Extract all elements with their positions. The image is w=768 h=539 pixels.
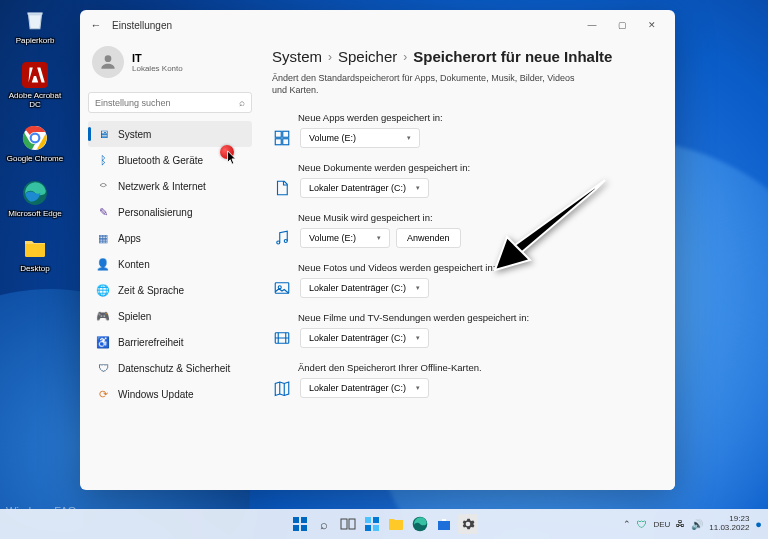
wifi-icon: ⌔ <box>96 179 110 193</box>
music-save-icon <box>272 228 292 248</box>
volume-icon[interactable]: 🔊 <box>691 519 703 530</box>
window-title: Einstellungen <box>112 20 172 31</box>
desktop-icon-recycle-bin[interactable]: Papierkorb <box>5 5 65 46</box>
nav-system[interactable]: 🖥System <box>88 121 252 147</box>
photos-save-icon <box>272 278 292 298</box>
svg-rect-24 <box>365 525 371 531</box>
task-view-icon[interactable] <box>338 514 358 534</box>
window-titlebar[interactable]: ← Einstellungen — ▢ ✕ <box>80 10 675 40</box>
apps-save-icon <box>272 128 292 148</box>
svg-rect-18 <box>293 525 299 531</box>
taskbar[interactable]: ⌕ ⌃ 🛡 DEU 🖧 🔊 19:23 11.03.2022 ● <box>0 509 768 539</box>
svg-rect-9 <box>275 139 281 145</box>
close-button[interactable]: ✕ <box>637 10 667 40</box>
apps-location-dropdown[interactable]: Volume (E:)▾ <box>300 128 420 148</box>
chevron-right-icon: › <box>403 50 407 64</box>
svg-rect-19 <box>301 525 307 531</box>
svg-point-11 <box>277 241 280 244</box>
nav-network[interactable]: ⌔Netzwerk & Internet <box>88 173 252 199</box>
page-subtitle: Ändert den Standardspeicherort für Apps,… <box>272 73 592 96</box>
svg-point-6 <box>105 55 112 62</box>
back-button[interactable]: ← <box>88 19 104 31</box>
nav-privacy[interactable]: 🛡Datenschutz & Sicherheit <box>88 355 252 381</box>
chevron-down-icon: ▾ <box>416 384 420 392</box>
mouse-cursor <box>226 150 238 166</box>
adobe-icon <box>20 60 50 90</box>
store-icon[interactable] <box>434 514 454 534</box>
search-box[interactable]: ⌕ <box>88 92 252 113</box>
explorer-icon[interactable] <box>386 514 406 534</box>
minimize-button[interactable]: — <box>577 10 607 40</box>
desktop-icon-folder[interactable]: Desktop <box>5 233 65 274</box>
edge-icon <box>20 178 50 208</box>
account-name: IT <box>132 52 183 64</box>
widgets-icon[interactable] <box>362 514 382 534</box>
nav-update[interactable]: ⟳Windows Update <box>88 381 252 407</box>
svg-rect-23 <box>373 517 379 523</box>
network-icon[interactable]: 🖧 <box>676 519 685 529</box>
nav-time[interactable]: 🌐Zeit & Sprache <box>88 277 252 303</box>
nav-accessibility[interactable]: ♿Barrierefreiheit <box>88 329 252 355</box>
clock[interactable]: 19:23 11.03.2022 <box>709 515 749 533</box>
accessibility-icon: ♿ <box>96 335 110 349</box>
documents-location-dropdown[interactable]: Lokaler Datenträger (C:)▾ <box>300 178 429 198</box>
taskbar-search-icon[interactable]: ⌕ <box>314 514 334 534</box>
language-indicator[interactable]: DEU <box>653 520 670 529</box>
account-block[interactable]: IT Lokales Konto <box>88 40 252 88</box>
taskbar-center: ⌕ <box>290 514 478 534</box>
desktop-icons: Papierkorb Adobe Acrobat DC Google Chrom… <box>5 5 65 288</box>
chevron-down-icon: ▾ <box>416 184 420 192</box>
tray-security-icon[interactable]: 🛡 <box>637 519 647 530</box>
chevron-down-icon: ▾ <box>416 334 420 342</box>
svg-point-12 <box>284 240 287 243</box>
svg-rect-7 <box>275 132 281 138</box>
maps-location-dropdown[interactable]: Lokaler Datenträger (C:)▾ <box>300 378 429 398</box>
maps-save-icon <box>272 378 292 398</box>
chrome-icon <box>20 123 50 153</box>
main-content: System › Speicher › Speicherort für neue… <box>260 40 675 490</box>
svg-rect-10 <box>283 139 289 145</box>
shield-icon: 🛡 <box>96 361 110 375</box>
movies-location-dropdown[interactable]: Lokaler Datenträger (C:)▾ <box>300 328 429 348</box>
documents-save-icon <box>272 178 292 198</box>
edge-taskbar-icon[interactable] <box>410 514 430 534</box>
svg-rect-20 <box>341 519 347 529</box>
start-button[interactable] <box>290 514 310 534</box>
nav-apps[interactable]: ▦Apps <box>88 225 252 251</box>
recycle-bin-icon <box>20 5 50 35</box>
movies-save-icon <box>272 328 292 348</box>
nav-gaming[interactable]: 🎮Spielen <box>88 303 252 329</box>
setting-documents: Neue Dokumente werden gespeichert in: Lo… <box>272 162 655 198</box>
svg-rect-0 <box>22 62 48 88</box>
breadcrumb-system[interactable]: System <box>272 48 322 65</box>
notifications-icon[interactable]: ● <box>755 518 762 530</box>
apply-button[interactable]: Anwenden <box>396 228 461 248</box>
nav-accounts[interactable]: 👤Konten <box>88 251 252 277</box>
desktop-icon-chrome[interactable]: Google Chrome <box>5 123 65 164</box>
setting-maps: Ändert den Speicherort Ihrer Offline-Kar… <box>272 362 655 398</box>
search-icon: ⌕ <box>239 97 245 108</box>
svg-rect-16 <box>293 517 299 523</box>
chevron-down-icon: ▾ <box>416 284 420 292</box>
breadcrumb-storage[interactable]: Speicher <box>338 48 397 65</box>
nav-personalization[interactable]: ✎Personalisierung <box>88 199 252 225</box>
svg-rect-25 <box>373 525 379 531</box>
chevron-right-icon: › <box>328 50 332 64</box>
setting-apps: Neue Apps werden gespeichert in: Volume … <box>272 112 655 148</box>
tray-chevron-icon[interactable]: ⌃ <box>623 519 631 529</box>
update-icon: ⟳ <box>96 387 110 401</box>
setting-movies: Neue Filme und TV-Sendungen werden gespe… <box>272 312 655 348</box>
search-input[interactable] <box>95 98 239 108</box>
desktop-icon-adobe[interactable]: Adobe Acrobat DC <box>5 60 65 110</box>
maximize-button[interactable]: ▢ <box>607 10 637 40</box>
svg-rect-8 <box>283 132 289 138</box>
sidebar: IT Lokales Konto ⌕ 🖥System ᛒBluetooth & … <box>80 40 260 490</box>
system-icon: 🖥 <box>96 127 110 141</box>
settings-window: ← Einstellungen — ▢ ✕ IT Lokales Konto ⌕… <box>80 10 675 490</box>
desktop-icon-edge[interactable]: Microsoft Edge <box>5 178 65 219</box>
settings-taskbar-icon[interactable] <box>458 514 478 534</box>
chevron-down-icon: ▾ <box>407 134 411 142</box>
music-location-dropdown[interactable]: Volume (E:)▾ <box>300 228 390 248</box>
photos-location-dropdown[interactable]: Lokaler Datenträger (C:)▾ <box>300 278 429 298</box>
svg-rect-21 <box>349 519 355 529</box>
